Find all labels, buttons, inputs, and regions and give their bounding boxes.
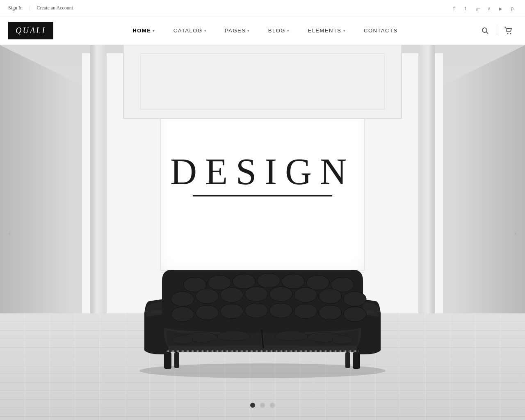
- svg-text:f: f: [453, 5, 455, 11]
- nav-label-home: HOME: [132, 27, 151, 34]
- svg-point-30: [171, 307, 194, 322]
- svg-text:g+: g+: [476, 7, 480, 11]
- chevron-down-icon: ▾: [247, 29, 250, 33]
- svg-line-7: [486, 32, 488, 34]
- svg-point-18: [257, 273, 280, 288]
- svg-point-19: [282, 274, 305, 289]
- svg-point-26: [269, 287, 292, 301]
- nav-item-blog[interactable]: BLOG ▾: [259, 16, 299, 45]
- ceiling-inner: [140, 53, 385, 110]
- svg-point-72: [295, 350, 297, 352]
- ceiling-panel: [123, 45, 402, 119]
- svg-point-28: [319, 289, 342, 304]
- svg-point-58: [226, 350, 228, 352]
- nav-label-pages: PAGES: [225, 27, 246, 34]
- nav-actions: [477, 23, 517, 39]
- nav-item-elements[interactable]: ELEMENTS ▾: [299, 16, 355, 45]
- nav-item-contacts[interactable]: CONTACTS: [355, 16, 407, 45]
- svg-text:p: p: [511, 5, 514, 11]
- svg-point-52: [197, 350, 199, 352]
- svg-point-37: [343, 307, 366, 322]
- main-nav: QUALI HOME ▾ CATALOG ▾ PAGES ▾ BLOG ▾ EL…: [0, 16, 525, 45]
- svg-point-63: [251, 350, 253, 352]
- create-account-link[interactable]: Create an Account: [37, 5, 73, 11]
- svg-rect-11: [164, 352, 171, 369]
- svg-point-24: [220, 288, 243, 302]
- svg-point-35: [294, 304, 317, 319]
- svg-point-76: [315, 350, 317, 352]
- hero-title-underline: [193, 195, 332, 196]
- svg-text:v: v: [488, 6, 490, 11]
- svg-point-29: [343, 292, 366, 306]
- svg-point-78: [325, 350, 326, 352]
- slider-next-arrow[interactable]: ›: [514, 228, 517, 237]
- hero-text-container: DESIGN: [170, 153, 355, 196]
- svg-point-55: [212, 350, 213, 352]
- svg-point-49: [182, 350, 184, 352]
- facebook-icon[interactable]: f: [453, 5, 459, 11]
- vimeo-icon[interactable]: v: [487, 5, 494, 11]
- svg-point-25: [245, 287, 268, 301]
- svg-point-61: [241, 350, 243, 352]
- svg-point-17: [233, 274, 256, 289]
- svg-rect-14: [345, 352, 350, 368]
- nav-links: HOME ▾ CATALOG ▾ PAGES ▾ BLOG ▾ ELEMENTS…: [123, 16, 406, 45]
- googleplus-icon[interactable]: g+: [476, 5, 482, 11]
- svg-rect-13: [353, 352, 360, 369]
- svg-point-73: [300, 350, 302, 352]
- chevron-down-icon: ▾: [343, 29, 346, 33]
- sofa-svg: [115, 248, 410, 379]
- svg-rect-12: [174, 352, 179, 368]
- svg-point-62: [246, 350, 248, 352]
- nav-item-home[interactable]: HOME ▾: [123, 16, 164, 45]
- svg-point-79: [330, 350, 331, 352]
- svg-point-31: [196, 305, 219, 320]
- chevron-down-icon: ▾: [287, 29, 290, 33]
- slider-dot-2[interactable]: [260, 403, 265, 408]
- sofa-image: [115, 248, 410, 379]
- svg-text:▶: ▶: [499, 6, 502, 11]
- sign-in-link[interactable]: Sign In: [8, 5, 23, 11]
- svg-point-48: [177, 350, 179, 352]
- svg-point-32: [220, 304, 243, 319]
- svg-point-43: [332, 336, 353, 344]
- svg-point-40: [172, 336, 193, 344]
- svg-point-47: [172, 350, 174, 352]
- svg-point-54: [207, 350, 208, 352]
- logo[interactable]: QUALI: [8, 22, 53, 39]
- search-button[interactable]: [477, 23, 493, 39]
- nav-label-blog: BLOG: [268, 27, 285, 34]
- svg-point-22: [171, 292, 194, 306]
- svg-point-41: [275, 331, 308, 341]
- slider-prev-arrow[interactable]: ‹: [8, 228, 11, 237]
- svg-point-75: [310, 350, 312, 352]
- slider-dot-1[interactable]: [250, 403, 255, 408]
- nav-item-pages[interactable]: PAGES ▾: [216, 16, 259, 45]
- top-bar: Sign In | Create an Account f t g+ v ▶ p: [0, 0, 525, 16]
- svg-point-39: [217, 331, 250, 341]
- youtube-icon[interactable]: ▶: [499, 5, 505, 11]
- svg-point-60: [236, 350, 238, 352]
- svg-point-33: [245, 303, 268, 318]
- svg-point-69: [281, 350, 282, 352]
- svg-point-46: [167, 350, 169, 352]
- pinterest-icon[interactable]: p: [510, 5, 517, 11]
- slider-dot-3[interactable]: [270, 403, 275, 408]
- twitter-icon[interactable]: t: [464, 5, 471, 11]
- svg-point-81: [340, 350, 341, 352]
- slider-dots: [250, 403, 275, 408]
- svg-point-83: [349, 350, 351, 352]
- svg-point-53: [202, 350, 203, 352]
- cart-button[interactable]: [500, 23, 517, 39]
- top-bar-left: Sign In | Create an Account: [8, 5, 73, 11]
- svg-text:t: t: [465, 6, 466, 11]
- nav-label-contacts: CONTACTS: [364, 27, 398, 34]
- nav-item-catalog[interactable]: CATALOG ▾: [164, 16, 216, 45]
- svg-point-27: [294, 288, 317, 302]
- nav-label-catalog: CATALOG: [173, 27, 203, 34]
- nav-separator: [497, 26, 497, 36]
- chevron-down-icon: ▾: [153, 29, 155, 33]
- svg-point-67: [271, 350, 272, 352]
- svg-point-71: [290, 350, 292, 352]
- svg-point-23: [196, 289, 219, 304]
